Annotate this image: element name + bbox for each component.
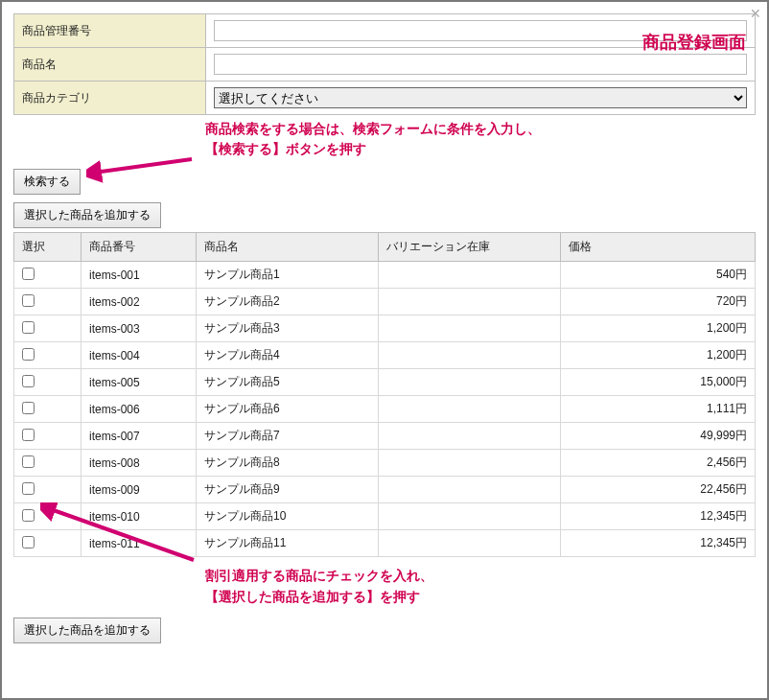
- cell-name: サンプル商品9: [197, 477, 379, 503]
- table-row: items-004サンプル商品41,200円: [14, 342, 756, 369]
- cell-variation: [379, 423, 561, 450]
- svg-line-0: [94, 159, 192, 173]
- cell-price: 2,456円: [561, 450, 756, 477]
- cell-variation: [379, 342, 561, 369]
- cell-variation: [379, 315, 561, 342]
- row-checkbox[interactable]: [22, 455, 35, 468]
- table-row: items-003サンプル商品31,200円: [14, 315, 756, 342]
- cell-variation: [379, 530, 561, 557]
- table-row: items-010サンプル商品1012,345円: [14, 503, 756, 530]
- row-checkbox[interactable]: [22, 536, 35, 548]
- cell-number: items-005: [82, 369, 197, 396]
- col-select: 選択: [14, 233, 82, 262]
- table-row: items-002サンプル商品2720円: [14, 289, 756, 315]
- table-row: items-009サンプル商品922,456円: [14, 477, 756, 503]
- cell-name: サンプル商品7: [197, 423, 379, 450]
- modal-frame: ✕ 商品登録画面 商品管理番号 商品名 商品カテゴリ 選択してください: [0, 0, 769, 700]
- cell-number: items-009: [82, 477, 197, 503]
- cell-price: 15,000円: [561, 369, 756, 396]
- product-table: 選択 商品番号 商品名 バリエーション在庫 価格 items-001サンプル商品…: [13, 232, 756, 557]
- add-selected-button-bottom[interactable]: 選択した商品を追加する: [13, 618, 161, 643]
- table-row: items-008サンプル商品82,456円: [14, 450, 756, 477]
- cell-variation: [379, 450, 561, 477]
- row-checkbox[interactable]: [22, 268, 35, 280]
- cell-price: 12,345円: [561, 530, 756, 557]
- close-icon[interactable]: ✕: [750, 6, 761, 21]
- table-row: items-001サンプル商品1540円: [14, 262, 756, 289]
- cell-number: items-008: [82, 450, 197, 477]
- cell-variation: [379, 289, 561, 315]
- cell-price: 1,111円: [561, 396, 756, 423]
- cell-name: サンプル商品11: [197, 530, 379, 557]
- cell-price: 12,345円: [561, 503, 756, 530]
- cell-number: items-002: [82, 289, 197, 315]
- cell-name: サンプル商品3: [197, 315, 379, 342]
- cell-price: 540円: [561, 262, 756, 289]
- cell-price: 1,200円: [561, 342, 756, 369]
- cell-price: 720円: [561, 289, 756, 315]
- row-checkbox[interactable]: [22, 482, 35, 495]
- form-label: 商品カテゴリ: [14, 82, 206, 115]
- cell-name: サンプル商品8: [197, 450, 379, 477]
- search-instruction: 商品検索をする場合は、検索フォームに条件を入力し、 【検索する】ボタンを押す: [205, 119, 756, 159]
- table-row: items-011サンプル商品1112,345円: [14, 530, 756, 557]
- cell-name: サンプル商品4: [197, 342, 379, 369]
- col-name: 商品名: [197, 233, 379, 262]
- add-selected-button-top[interactable]: 選択した商品を追加する: [13, 202, 161, 228]
- cell-variation: [379, 396, 561, 423]
- cell-name: サンプル商品1: [197, 262, 379, 289]
- col-variation: バリエーション在庫: [379, 233, 561, 262]
- row-checkbox[interactable]: [22, 321, 35, 334]
- cell-number: items-011: [82, 530, 197, 557]
- row-checkbox[interactable]: [22, 509, 35, 522]
- page-title: 商品登録画面: [642, 31, 746, 54]
- cell-name: サンプル商品5: [197, 369, 379, 396]
- col-price: 価格: [561, 233, 756, 262]
- cell-number: items-004: [82, 342, 197, 369]
- search-button[interactable]: 検索する: [13, 169, 81, 195]
- row-checkbox[interactable]: [22, 375, 35, 387]
- form-label: 商品管理番号: [14, 14, 206, 48]
- cell-number: items-006: [82, 396, 197, 423]
- search-form: 商品管理番号 商品名 商品カテゴリ 選択してください: [13, 13, 756, 115]
- cell-variation: [379, 503, 561, 530]
- table-row: items-006サンプル商品61,111円: [14, 396, 756, 423]
- product-name-input[interactable]: [214, 54, 747, 75]
- form-label: 商品名: [14, 48, 206, 82]
- cell-number: items-001: [82, 262, 197, 289]
- row-checkbox[interactable]: [22, 429, 35, 441]
- cell-number: items-007: [82, 423, 197, 450]
- cell-variation: [379, 369, 561, 396]
- row-checkbox[interactable]: [22, 348, 35, 361]
- cell-number: items-010: [82, 503, 197, 530]
- row-checkbox[interactable]: [22, 402, 35, 414]
- col-number: 商品番号: [82, 233, 197, 262]
- table-row: items-007サンプル商品749,999円: [14, 423, 756, 450]
- select-instruction: 割引適用する商品にチェックを入れ、 【選択した商品を追加する】を押す: [205, 565, 756, 608]
- cell-name: サンプル商品6: [197, 396, 379, 423]
- cell-name: サンプル商品2: [197, 289, 379, 315]
- cell-number: items-003: [82, 315, 197, 342]
- cell-name: サンプル商品10: [197, 503, 379, 530]
- cell-variation: [379, 262, 561, 289]
- cell-price: 22,456円: [561, 477, 756, 503]
- product-category-select[interactable]: 選択してください: [214, 87, 747, 108]
- table-row: items-005サンプル商品515,000円: [14, 369, 756, 396]
- cell-price: 49,999円: [561, 423, 756, 450]
- cell-variation: [379, 477, 561, 503]
- cell-price: 1,200円: [561, 315, 756, 342]
- row-checkbox[interactable]: [22, 294, 35, 307]
- arrow-icon: [86, 157, 201, 186]
